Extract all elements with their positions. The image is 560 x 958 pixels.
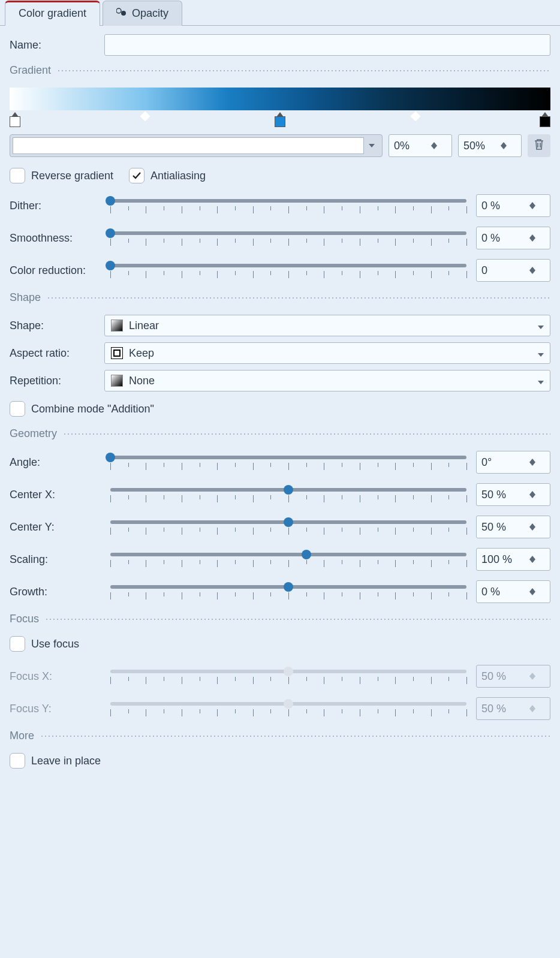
color_reduction-slider[interactable] — [110, 260, 466, 281]
checkbox-box — [10, 168, 25, 183]
focus_y-input — [477, 698, 529, 719]
combine-mode-checkbox[interactable]: Combine mode "Addition" — [10, 401, 550, 417]
divider — [40, 736, 550, 737]
select-value: Keep — [129, 347, 154, 360]
divider — [57, 70, 550, 71]
checkbox-label: Use focus — [31, 638, 79, 650]
spinner-arrows[interactable] — [529, 451, 543, 473]
scaling-spinner[interactable] — [476, 548, 550, 571]
checkbox-label: Reverse gradient — [31, 170, 113, 182]
reverse-gradient-checkbox[interactable]: Reverse gradient — [10, 168, 113, 183]
aspect-select[interactable]: Keep — [104, 342, 550, 364]
smoothness-slider[interactable] — [110, 228, 466, 248]
spinner-arrows[interactable] — [529, 549, 543, 570]
checkbox-label: Antialiasing — [150, 170, 206, 182]
color_reduction-label: Color reduction: — [10, 264, 110, 277]
scaling-label: Scaling: — [10, 553, 110, 566]
spinner-arrows[interactable] — [501, 135, 514, 156]
focus_x-slider — [110, 666, 466, 686]
center_y-input[interactable] — [477, 516, 529, 538]
growth-input[interactable] — [477, 581, 529, 602]
color-picker[interactable] — [10, 134, 383, 157]
divider — [63, 433, 550, 435]
dither-label: Dither: — [10, 200, 110, 212]
color_reduction-spinner[interactable] — [476, 259, 550, 282]
dither-input[interactable] — [477, 195, 529, 216]
smoothness-input[interactable] — [477, 227, 529, 249]
position-input[interactable] — [389, 135, 431, 156]
repetition-label: Repetition: — [10, 375, 104, 387]
dither-slider[interactable] — [110, 195, 466, 216]
name-input[interactable] — [104, 34, 550, 56]
checkbox-box — [10, 401, 25, 417]
divider — [45, 619, 550, 620]
gradient-midpoint[interactable] — [410, 112, 420, 122]
section-more: More — [10, 730, 34, 742]
spinner-arrows[interactable] — [529, 195, 543, 216]
spinner-arrows[interactable] — [529, 516, 543, 538]
aspect-icon — [111, 347, 123, 359]
focus_x-input — [477, 665, 529, 687]
tab-label: Opacity — [132, 7, 168, 20]
smoothness-spinner[interactable] — [476, 227, 550, 249]
focus_y-label: Focus Y: — [10, 703, 110, 715]
gradient-stop[interactable] — [275, 116, 285, 127]
tab-color-gradient[interactable]: Color gradient — [5, 1, 100, 26]
spinner-arrows[interactable] — [529, 484, 543, 505]
tab-label: Color gradient — [19, 7, 86, 20]
color_reduction-input[interactable] — [477, 260, 529, 281]
spinner-arrows[interactable] — [529, 581, 543, 602]
gradient-midpoint[interactable] — [140, 112, 150, 122]
repetition-select[interactable]: None — [104, 370, 550, 391]
focus_x-label: Focus X: — [10, 670, 110, 683]
focus_y-spinner — [476, 697, 550, 720]
section-gradient: Gradient — [10, 64, 51, 77]
center_x-input[interactable] — [477, 484, 529, 505]
focus_x-spinner — [476, 665, 550, 688]
antialiasing-checkbox[interactable]: Antialiasing — [129, 168, 206, 183]
angle-spinner[interactable] — [476, 451, 550, 474]
use-focus-checkbox[interactable]: Use focus — [10, 636, 550, 652]
select-value: Linear — [129, 320, 159, 332]
position-spinner[interactable] — [389, 134, 452, 157]
checkbox-box — [129, 168, 144, 183]
delete-button[interactable] — [528, 134, 550, 157]
gradient-stop[interactable] — [10, 116, 20, 127]
offset-input[interactable] — [459, 135, 501, 156]
angle-slider[interactable] — [110, 452, 466, 472]
angle-input[interactable] — [477, 451, 529, 473]
tab-opacity[interactable]: Opacity — [103, 1, 182, 26]
section-geometry: Geometry — [10, 427, 57, 440]
scaling-slider[interactable] — [110, 549, 466, 570]
offset-spinner[interactable] — [458, 134, 522, 157]
section-focus: Focus — [10, 613, 39, 625]
spinner-arrows[interactable] — [431, 135, 444, 156]
shape-label: Shape: — [10, 320, 104, 332]
gradient-stops[interactable] — [10, 112, 550, 127]
gradient-preview[interactable] — [10, 88, 550, 110]
center_x-slider[interactable] — [110, 484, 466, 505]
divider — [47, 297, 550, 299]
growth-label: Growth: — [10, 586, 110, 598]
chevron-down-icon — [538, 375, 544, 387]
linear-icon — [111, 320, 123, 332]
growth-spinner[interactable] — [476, 580, 550, 603]
center_y-spinner[interactable] — [476, 516, 550, 538]
leave-in-place-checkbox[interactable]: Leave in place — [10, 753, 550, 769]
chevron-down-icon[interactable] — [364, 144, 380, 147]
spinner-arrows — [529, 665, 543, 687]
center_y-slider[interactable] — [110, 517, 466, 537]
smoothness-label: Smoothness: — [10, 232, 110, 245]
scaling-input[interactable] — [477, 549, 529, 570]
shape-select[interactable]: Linear — [104, 315, 550, 336]
gradient-stop[interactable] — [540, 116, 550, 127]
checkbox-box — [10, 753, 25, 769]
chevron-down-icon — [538, 320, 544, 332]
growth-slider[interactable] — [110, 582, 466, 602]
spinner-arrows[interactable] — [529, 227, 543, 249]
spinner-arrows[interactable] — [529, 260, 543, 281]
center_x-spinner[interactable] — [476, 483, 550, 506]
checkmark-icon — [131, 170, 142, 181]
dither-spinner[interactable] — [476, 194, 550, 217]
checkbox-label: Combine mode "Addition" — [31, 403, 154, 415]
